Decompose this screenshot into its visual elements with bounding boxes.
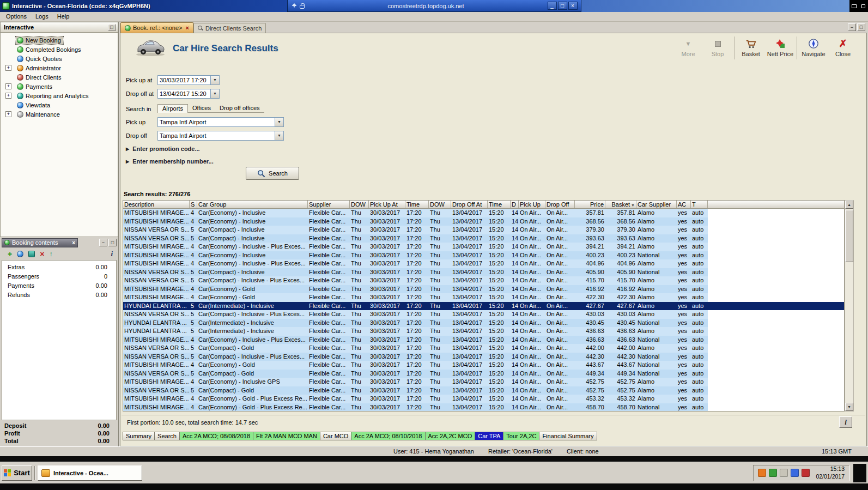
dropoff-at-select[interactable]: 13/04/2017 15:20 ▼ bbox=[157, 89, 220, 99]
result-row[interactable]: MITSUBISHI MIRAGE...4Car(Economy) - Incl… bbox=[123, 209, 844, 217]
column-header[interactable]: Description bbox=[123, 201, 190, 208]
more-button[interactable]: ▼ More bbox=[673, 37, 703, 57]
column-header[interactable]: Drop Off bbox=[545, 201, 575, 208]
info-icon[interactable]: i bbox=[111, 250, 113, 258]
taskbar-clock[interactable]: 15:13 02/01/2017 bbox=[812, 465, 845, 480]
tray-icon[interactable] bbox=[769, 469, 777, 477]
dropoff-select[interactable]: Tampa Intl Airport ▼ bbox=[157, 131, 284, 141]
result-row[interactable]: NISSAN VERSA OR S...5Car(Compact) - Gold… bbox=[123, 344, 844, 353]
close-icon[interactable] bbox=[859, 0, 868, 12]
tray-icon[interactable] bbox=[780, 469, 788, 477]
delete-icon[interactable]: × bbox=[40, 250, 44, 258]
tab-tour-2a2c[interactable]: Tour 2A,2C bbox=[503, 432, 539, 440]
rdp-minimize-button[interactable]: _ bbox=[548, 2, 557, 10]
sidebar-item-payments[interactable]: + Payments bbox=[1, 82, 118, 91]
pickup-select[interactable]: Tampa Intl Airport ▼ bbox=[157, 117, 284, 127]
expand-icon[interactable]: + bbox=[5, 93, 11, 99]
globe-icon[interactable] bbox=[17, 251, 23, 257]
tab-airports[interactable]: Airports bbox=[157, 104, 188, 113]
column-header[interactable]: D bbox=[511, 201, 519, 208]
tab-acc-2a-mco-0810[interactable]: Acc 2A MCO; 08/10/2018 bbox=[351, 432, 425, 440]
tab-offices[interactable]: Offices bbox=[188, 104, 215, 112]
column-header[interactable]: Drop Off At bbox=[451, 201, 488, 208]
tab-acc-2a-mco-0808[interactable]: Acc 2A MCO; 08/08/2018 bbox=[180, 432, 253, 440]
basket-button[interactable]: Basket bbox=[736, 37, 766, 57]
tab-close-icon[interactable]: × bbox=[186, 25, 189, 31]
list-item[interactable]: Refunds0.00 bbox=[2, 290, 116, 299]
sidebar-item-administrator[interactable]: + Administrator bbox=[1, 63, 118, 72]
panel-maximize-button[interactable]: □ bbox=[108, 239, 117, 246]
tab-financial-summary[interactable]: Financial Summary bbox=[539, 432, 597, 440]
sidebar-item-viewdata[interactable]: Viewdata bbox=[1, 100, 118, 110]
list-item[interactable]: Extras0.00 bbox=[2, 262, 116, 271]
tab-car-tpa[interactable]: Car TPA bbox=[475, 432, 503, 440]
column-header[interactable]: Pick Up At bbox=[369, 201, 405, 208]
result-row[interactable]: NISSAN VERSA OR S...5Car(Compact) - Incl… bbox=[123, 276, 844, 285]
sidebar-item-direct-clients[interactable]: Direct Clients bbox=[1, 72, 118, 82]
nett-price-button[interactable]: Nett Price bbox=[766, 37, 795, 57]
result-row[interactable]: MITSUBISHI MIRAGE...4Car(Economy) - Incl… bbox=[123, 259, 844, 268]
pin-icon[interactable] bbox=[292, 3, 297, 8]
column-header[interactable]: Basket▼ bbox=[605, 201, 636, 208]
menu-help[interactable]: Help bbox=[53, 12, 74, 21]
close-icon[interactable]: × bbox=[72, 240, 75, 246]
panel-minimize-button[interactable]: − bbox=[848, 23, 856, 31]
sidebar-collapse-button[interactable]: □ bbox=[108, 24, 116, 31]
result-row[interactable]: NISSAN VERSA OR S...5Car(Compact) - Incl… bbox=[123, 234, 844, 243]
result-row[interactable]: MITSUBISHI MIRAGE...4Car(Economy) - Incl… bbox=[123, 378, 844, 386]
result-row[interactable]: MITSUBISHI MIRAGE...4Car(Economy) - Gold… bbox=[123, 361, 844, 370]
start-button[interactable]: Start bbox=[2, 465, 32, 481]
column-header[interactable]: Car Supplier bbox=[636, 201, 677, 208]
result-row[interactable]: NISSAN VERSA OR S...5Car(Compact) - Incl… bbox=[123, 268, 844, 277]
sidebar-item-quick-quotes[interactable]: Quick Quotes bbox=[1, 54, 118, 63]
column-header[interactable]: Time bbox=[405, 201, 429, 208]
tab-drop-off-offices[interactable]: Drop off offices bbox=[215, 104, 264, 112]
tab-search[interactable]: Search bbox=[155, 432, 180, 440]
expand-icon[interactable]: + bbox=[5, 65, 11, 71]
tab-direct-clients-search[interactable]: Direct Clients Search bbox=[193, 23, 266, 33]
sidebar-item-maintenance[interactable]: + Maintenance bbox=[1, 110, 118, 119]
result-row[interactable]: MITSUBISHI MIRAGE...4Car(Economy) - Gold… bbox=[123, 293, 844, 302]
sidebar-item-new-booking[interactable]: New Booking bbox=[1, 35, 118, 45]
result-row[interactable]: NISSAN VERSA OR S...5Car(Compact) - Incl… bbox=[123, 310, 844, 319]
scroll-up-icon[interactable]: ▲ bbox=[845, 201, 853, 209]
result-row[interactable]: MITSUBISHI MIRAGE...4Car(Economy) - Incl… bbox=[123, 243, 844, 251]
result-row[interactable]: HYUNDAI ELANTRA ...5Car(Intermediate) - … bbox=[123, 319, 844, 328]
promotion-code-expander[interactable]: ▶ Enter promotion code... bbox=[126, 146, 200, 152]
menu-options[interactable]: Options bbox=[2, 12, 31, 21]
tray-icon[interactable] bbox=[802, 469, 810, 477]
chevron-down-icon[interactable]: ▼ bbox=[210, 89, 219, 98]
search-button[interactable]: Search bbox=[246, 167, 299, 180]
import-icon[interactable] bbox=[28, 251, 35, 257]
list-item[interactable]: Passengers0 bbox=[2, 271, 116, 281]
result-row[interactable]: HYUNDAI ELANTRA ...5Car(Intermediate) - … bbox=[123, 327, 844, 336]
result-row[interactable]: MITSUBISHI MIRAGE...4Car(Economy) - Incl… bbox=[123, 336, 844, 344]
tab-summary[interactable]: Summary bbox=[123, 432, 155, 440]
close-button[interactable]: ✗ Close bbox=[828, 37, 858, 57]
result-row[interactable]: MITSUBISHI MIRAGE...4Car(Economy) - Incl… bbox=[123, 217, 844, 226]
rdp-restore-button[interactable]: □ bbox=[558, 2, 567, 10]
pickup-at-select[interactable]: 30/03/2017 17:20 ▼ bbox=[157, 75, 220, 85]
expand-icon[interactable]: + bbox=[5, 83, 11, 89]
column-header[interactable]: Pick Up bbox=[519, 201, 545, 208]
scrollbar-thumb[interactable] bbox=[845, 210, 853, 262]
tab-car-mco[interactable]: Car MCO bbox=[320, 432, 351, 440]
result-row[interactable]: MITSUBISHI MIRAGE...4Car(Economy) - Incl… bbox=[123, 251, 844, 260]
chevron-down-icon[interactable]: ▼ bbox=[275, 131, 283, 140]
tab-acc-2a2c-mco[interactable]: Acc 2A,2C MCO bbox=[426, 432, 476, 440]
menu-logs[interactable]: Logs bbox=[31, 12, 53, 21]
vertical-scrollbar[interactable]: ▲ ▼ bbox=[845, 200, 854, 412]
result-row[interactable]: MITSUBISHI MIRAGE...4Car(Economy) - Gold… bbox=[123, 395, 844, 403]
column-header[interactable]: AC bbox=[677, 201, 691, 208]
add-icon[interactable]: + bbox=[8, 250, 12, 258]
move-up-icon[interactable]: ↑ bbox=[49, 250, 52, 258]
rdp-close-button[interactable]: × bbox=[568, 2, 578, 10]
chevron-down-icon[interactable]: ▼ bbox=[210, 76, 219, 84]
result-row[interactable]: NISSAN VERSA OR S...5Car(Compact) - Incl… bbox=[123, 353, 844, 361]
tray-icon[interactable] bbox=[758, 469, 766, 477]
sidebar-item-completed-bookings[interactable]: Completed Bookings bbox=[1, 45, 118, 54]
panel-maximize-button[interactable]: □ bbox=[857, 23, 865, 31]
tray-icon[interactable] bbox=[791, 469, 799, 477]
stop-button[interactable]: Stop bbox=[703, 37, 732, 57]
taskbar-task-interactive[interactable]: Interactive - Ocea... bbox=[38, 465, 142, 481]
